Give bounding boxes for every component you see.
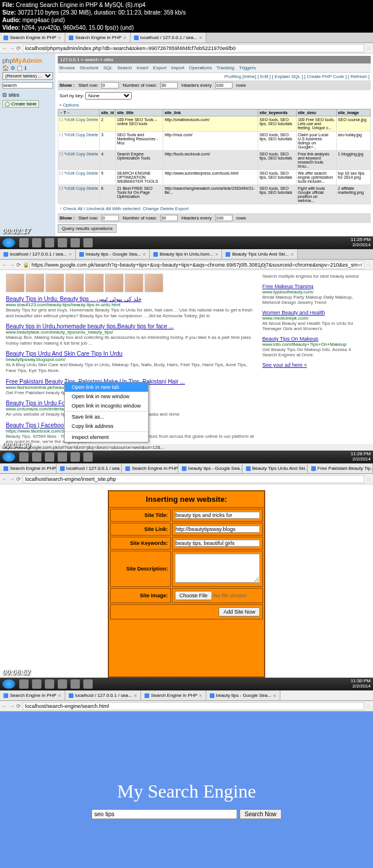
start-button[interactable] bbox=[2, 238, 15, 247]
taskbar: 11:28 PM2/2/2014 bbox=[0, 451, 373, 463]
back-icon[interactable]: ← bbox=[2, 45, 8, 51]
tab-sql[interactable]: SQL bbox=[103, 65, 112, 70]
browser-tabs: localhost / 127.0.0.1 / sea...× beauty t… bbox=[0, 249, 373, 260]
add-site-button[interactable]: Add Site Now bbox=[219, 607, 260, 617]
show-row-controls: Show : Start row: Number of rows: Header… bbox=[58, 80, 371, 90]
url-input[interactable] bbox=[23, 702, 364, 710]
form-title: Inserting new website: bbox=[109, 491, 264, 508]
video-timestamp: 00:02:17 bbox=[2, 227, 30, 235]
start-row-input[interactable] bbox=[101, 82, 119, 88]
tab[interactable]: beauty tips - Google Sea...× bbox=[178, 463, 242, 473]
tab[interactable]: Beauty Tips Urdu And Ski...× bbox=[222, 249, 298, 259]
search-button[interactable]: Search Now bbox=[240, 809, 281, 819]
insert-website-form: Inserting new website: Site Title: Site … bbox=[108, 490, 265, 678]
page-title: My Search Engine bbox=[117, 781, 256, 802]
bookmark-icon[interactable]: ☆ bbox=[366, 45, 371, 51]
site-description-input[interactable] bbox=[175, 554, 260, 583]
ctx-copy-link[interactable]: Copy link address bbox=[65, 421, 148, 431]
breadcrumb: 127.0.0.1 » search » sites bbox=[58, 56, 371, 63]
forward-icon[interactable]: → bbox=[9, 703, 15, 709]
tab[interactable]: Search Engine in PHP× bbox=[0, 463, 57, 473]
back-icon[interactable]: ← bbox=[2, 703, 8, 709]
tab-export[interactable]: Export bbox=[153, 65, 167, 70]
forward-icon[interactable]: → bbox=[9, 262, 15, 268]
pma-main: 127.0.0.1 » search » sites Browse Struct… bbox=[55, 54, 373, 236]
browser-tabs: Search Engine in PHP× localhost / 127.0.… bbox=[0, 463, 373, 474]
taskbar: 11:25 PM2/2/2014 bbox=[0, 236, 373, 249]
tab-import[interactable]: Import bbox=[171, 65, 185, 70]
ctx-inspect[interactable]: Inspect element bbox=[65, 433, 148, 442]
tab-search[interactable]: Search bbox=[117, 65, 132, 70]
status-bar: https://www.google.com.pk/url?sa=t&rct=j… bbox=[0, 444, 373, 451]
tab[interactable]: localhost / 127.0.0.1 / sea...× bbox=[57, 463, 122, 473]
num-rows-input[interactable] bbox=[160, 82, 178, 88]
tab[interactable]: Search Engine in PHP× bbox=[65, 33, 131, 42]
query-options[interactable]: Profiling [Inline] [ Edit ] [ Explain SQ… bbox=[58, 73, 371, 80]
search-result: Beauty Tips Urdu And Skin Care Tips In U… bbox=[6, 350, 256, 373]
tab[interactable]: Search Engine in PHP× bbox=[122, 463, 178, 473]
search-input[interactable] bbox=[92, 809, 237, 819]
tab[interactable]: Beauty Tips Urdu And Ski...× bbox=[242, 463, 308, 473]
screenshot-insert-form: Search Engine in PHP× localhost / 127.0.… bbox=[0, 463, 373, 690]
tab[interactable]: localhost / 127.0.0.1 / sea...× bbox=[0, 249, 76, 259]
choose-file-button[interactable]: Choose File bbox=[175, 591, 212, 600]
tab[interactable]: Search Engine in PHP× bbox=[0, 33, 65, 42]
browser-tabs: Search Engine in PHP× localhost / 127.0.… bbox=[0, 690, 373, 701]
tab-tracking[interactable]: Tracking bbox=[216, 65, 234, 70]
start-button[interactable] bbox=[2, 679, 15, 689]
tab-browse[interactable]: Browse bbox=[59, 65, 75, 70]
back-icon[interactable]: ← bbox=[2, 262, 8, 268]
tab[interactable]: localhost / 127.0.0.1 / sea...× bbox=[131, 33, 206, 42]
reload-icon[interactable]: ⟳ bbox=[16, 45, 21, 51]
recent-tables-select[interactable]: (Recent tables) ... bbox=[2, 72, 53, 80]
table-row: ☐ ✎Edit Copy Delete3SEO Tools and Market… bbox=[58, 132, 371, 151]
ctx-save-link[interactable]: Save link as... bbox=[65, 412, 148, 421]
tab[interactable]: Free Pakistani Beauty Tip...× bbox=[308, 463, 373, 473]
forward-icon[interactable]: → bbox=[9, 45, 15, 51]
pma-sidebar: phpMyAdmin 🏠 ⚙ 📋 ℹ (Recent tables) ... ⊟… bbox=[0, 54, 55, 236]
bookmark-icon[interactable]: ☆ bbox=[366, 476, 371, 482]
url-input[interactable] bbox=[23, 475, 364, 483]
reload-icon[interactable]: ⟳ bbox=[16, 476, 21, 482]
ads-sidebar: Search multiple engines for best beauty … bbox=[262, 274, 367, 441]
forward-icon[interactable]: → bbox=[9, 476, 15, 482]
sort-key-select[interactable]: None bbox=[85, 92, 132, 100]
reload-icon[interactable]: ⟳ bbox=[16, 262, 21, 268]
tab-insert[interactable]: Insert bbox=[137, 65, 149, 70]
url-input[interactable] bbox=[23, 44, 364, 52]
options-link[interactable]: + Options bbox=[58, 101, 371, 109]
table-row: ☐ ✎Edit Copy Delete4Search Engine Optimi… bbox=[58, 151, 371, 170]
browser-tabs: Search Engine in PHP× Search Engine in P… bbox=[0, 33, 373, 43]
ctx-open-incognito[interactable]: Open link in incognito window bbox=[65, 401, 148, 410]
db-search[interactable] bbox=[2, 82, 53, 88]
ctx-open-new-window[interactable]: Open link in new window bbox=[65, 392, 148, 401]
tab[interactable]: Search Engine in PHP× bbox=[0, 690, 65, 700]
tab[interactable]: Beauty tips in Urdu,hom...× bbox=[150, 249, 222, 259]
video-timestamp: 00:06:52 bbox=[2, 668, 30, 676]
table-row: ☐ ✎Edit Copy Delete2100 Free SEO Tools –… bbox=[58, 116, 371, 132]
reload-icon[interactable]: ⟳ bbox=[16, 703, 21, 709]
query-results-ops[interactable]: Query results operations bbox=[58, 224, 117, 233]
ctx-open-new-tab[interactable]: Open link in new tab bbox=[65, 382, 148, 392]
video-timestamp: 00:04:39 bbox=[2, 441, 30, 449]
data-table: ←T→site_idsite_titlesite_linksite_keywor… bbox=[58, 109, 371, 204]
tab-structure[interactable]: Structure bbox=[80, 65, 98, 70]
tab-triggers[interactable]: Triggers bbox=[239, 65, 256, 70]
back-icon[interactable]: ← bbox=[2, 476, 8, 482]
site-title-input[interactable] bbox=[175, 512, 260, 519]
tab[interactable]: beauty tips - Google Sea...× bbox=[76, 249, 150, 259]
headers-every-input[interactable] bbox=[215, 82, 233, 88]
search-result: Free Pakistani Beauty Tips, Pakistani Ma… bbox=[6, 378, 256, 396]
url-input[interactable] bbox=[29, 261, 364, 269]
site-link-input[interactable] bbox=[175, 526, 260, 533]
tab[interactable]: localhost / 127.0.0.1 / sea...× bbox=[65, 690, 141, 700]
site-keywords-input[interactable] bbox=[175, 540, 260, 547]
create-table-button[interactable]: ◯ Create table bbox=[2, 100, 39, 108]
bookmark-icon[interactable]: ☆ bbox=[366, 703, 371, 709]
tab[interactable]: Search Engine in PHP× bbox=[141, 690, 206, 700]
tab[interactable]: beauty tips - Google Sea...× bbox=[206, 690, 280, 700]
check-all-row[interactable]: ↑ Check All / Uncheck All With selected:… bbox=[58, 204, 371, 213]
tab-operations[interactable]: Operations bbox=[189, 65, 212, 70]
start-button[interactable] bbox=[2, 452, 15, 462]
bookmark-icon[interactable]: ☆ bbox=[366, 262, 371, 268]
